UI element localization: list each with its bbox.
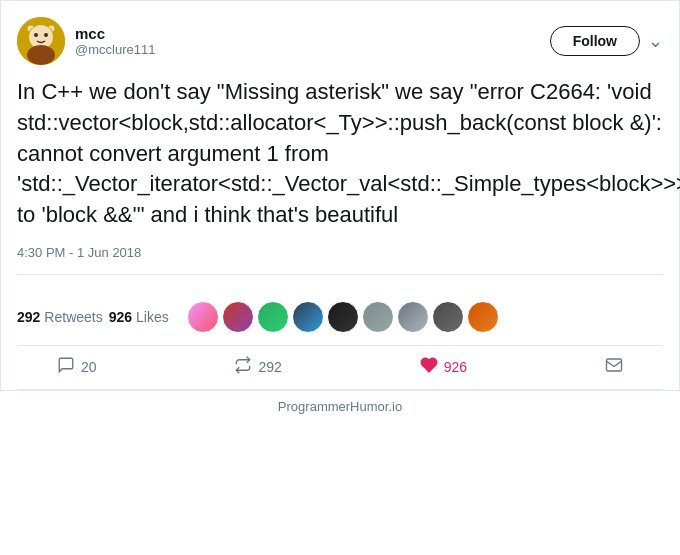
liker-avatar	[432, 301, 464, 333]
reply-icon	[57, 356, 75, 379]
svg-point-4	[44, 33, 48, 37]
like-stat: 926 Likes	[109, 309, 169, 325]
tweet-body: In C++ we don't say "Missing asterisk" w…	[17, 77, 663, 231]
retweet-stat: 292 Retweets	[17, 309, 103, 325]
retweet-action-count: 292	[258, 359, 281, 375]
like-count: 926	[109, 309, 132, 325]
tweet-header-right: Follow ⌄	[550, 26, 663, 56]
tweet-card: mcc @mcclure111 Follow ⌄ In C++ we don't…	[0, 0, 680, 391]
retweet-icon	[234, 356, 252, 379]
avatar	[17, 17, 65, 65]
username: mcc	[75, 25, 155, 42]
footer-brand: ProgrammerHumor.io	[0, 391, 680, 422]
svg-point-3	[34, 33, 38, 37]
like-action[interactable]: 926	[420, 356, 467, 379]
share-action[interactable]	[605, 356, 623, 379]
retweet-label: Retweets	[44, 309, 102, 325]
liker-avatar	[362, 301, 394, 333]
liker-avatar	[292, 301, 324, 333]
reply-action[interactable]: 20	[57, 356, 97, 379]
brand-text: ProgrammerHumor.io	[278, 399, 402, 414]
liker-avatar	[467, 301, 499, 333]
svg-point-2	[27, 45, 55, 65]
follow-button[interactable]: Follow	[550, 26, 640, 56]
tweet-header-left: mcc @mcclure111	[17, 17, 155, 65]
liker-avatar	[222, 301, 254, 333]
tweet-header: mcc @mcclure111 Follow ⌄	[17, 17, 663, 65]
liker-avatar	[327, 301, 359, 333]
tweet-actions: 20 292 926	[17, 346, 663, 390]
like-action-count: 926	[444, 359, 467, 375]
like-label: Likes	[136, 309, 169, 325]
liker-avatar	[397, 301, 429, 333]
envelope-icon	[605, 356, 623, 379]
tweet-timestamp: 4:30 PM - 1 Jun 2018	[17, 245, 663, 275]
svg-rect-5	[606, 359, 621, 371]
retweet-action[interactable]: 292	[234, 356, 281, 379]
chevron-down-icon[interactable]: ⌄	[648, 30, 663, 52]
heart-icon	[420, 356, 438, 379]
reply-count: 20	[81, 359, 97, 375]
liker-avatars	[187, 301, 499, 333]
retweet-count: 292	[17, 309, 40, 325]
liker-avatar	[257, 301, 289, 333]
user-info: mcc @mcclure111	[75, 25, 155, 57]
liker-avatar	[187, 301, 219, 333]
user-handle: @mcclure111	[75, 42, 155, 57]
tweet-stats: 292 Retweets 926 Likes	[17, 289, 663, 346]
